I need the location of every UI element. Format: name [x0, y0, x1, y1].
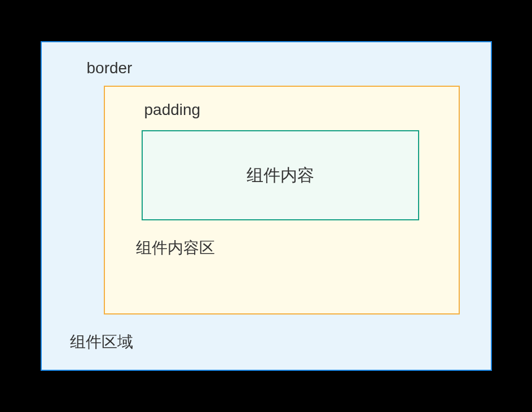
component-content-label: 组件内容 [247, 164, 314, 187]
border-label: border [87, 59, 457, 77]
padding-region-box: padding 组件内容 组件内容区 [104, 86, 460, 314]
padding-label: padding [144, 101, 428, 119]
component-content-area-label: 组件内容区 [136, 237, 428, 259]
component-region-label: 组件区域 [70, 331, 457, 353]
border-region-box: border padding 组件内容 组件内容区 组件区域 [41, 41, 492, 371]
middle-wrapper: padding 组件内容 组件内容区 组件区域 [76, 86, 457, 353]
content-box: 组件内容 [142, 130, 419, 220]
